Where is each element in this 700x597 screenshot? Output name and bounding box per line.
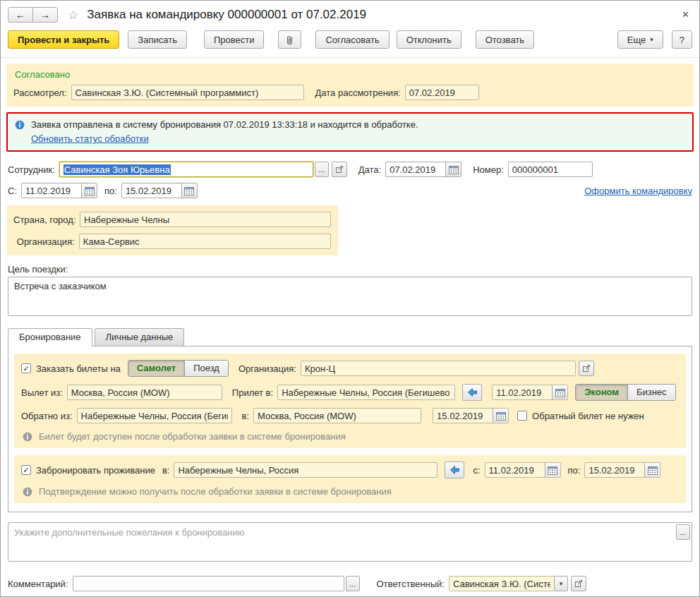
- return-from-label: Обратно из:: [21, 411, 73, 421]
- comment-label: Комментарий:: [8, 579, 68, 589]
- to-label: по:: [104, 186, 117, 196]
- forward-button[interactable]: →: [32, 7, 58, 23]
- back-button[interactable]: ←: [8, 7, 33, 23]
- favorite-star-icon[interactable]: ☆: [68, 8, 78, 23]
- open-icon: [582, 364, 591, 373]
- number-label: Номер:: [473, 164, 504, 175]
- reviewer-field[interactable]: Савинская З.Ю. (Системный программист): [71, 85, 304, 100]
- return-to-label: в:: [242, 411, 250, 421]
- wishes-textarea[interactable]: [8, 522, 692, 562]
- alert-message-line: Заявка отправлена в систему бронирования…: [15, 118, 685, 131]
- write-button[interactable]: Записать: [128, 30, 187, 49]
- hotel-city-field[interactable]: Набережные Челны, Россия: [174, 462, 438, 478]
- calendar-icon: [85, 186, 95, 195]
- hotel-group: ✓ Забронировать проживание в: Набережные…: [14, 455, 686, 503]
- booking-org-field[interactable]: Крон-Ц: [301, 361, 576, 376]
- hotel-from-date-picker-button[interactable]: [545, 463, 560, 477]
- booking-org-open-button[interactable]: [579, 361, 594, 376]
- approve-button[interactable]: Согласовать: [315, 30, 389, 49]
- recall-button[interactable]: Отозвать: [476, 30, 534, 49]
- wishes-block: ...: [8, 522, 692, 564]
- train-toggle[interactable]: Поезд: [184, 361, 228, 376]
- country-city-field[interactable]: Набережные Челны: [80, 212, 331, 227]
- footer-row: Комментарий: ... Ответственный: Савинска…: [8, 576, 692, 591]
- hotel-from-date-field[interactable]: 11.02.2019: [485, 462, 561, 478]
- order-tickets-checkbox[interactable]: ✓ Заказать билеты на: [21, 363, 121, 374]
- no-return-checkbox[interactable]: Обратный билет не нужен: [517, 411, 644, 421]
- country-city-label: Страна, город:: [13, 215, 76, 225]
- plane-toggle[interactable]: Самолет: [128, 361, 184, 376]
- hotel-from-label: с:: [473, 465, 480, 476]
- date-picker-button[interactable]: [445, 162, 461, 176]
- tickets-toggle-row: ✓ Заказать билеты на Самолет Поезд Орган…: [21, 360, 679, 377]
- purpose-label-row: Цель поездки:: [8, 264, 692, 275]
- employee-open-button[interactable]: [332, 162, 347, 177]
- reviewer-label: Рассмотрел:: [13, 88, 67, 98]
- booking-org-label: Организация:: [239, 363, 296, 374]
- comment-input[interactable]: [73, 576, 344, 591]
- purpose-textarea[interactable]: Встреча с заказчиком: [8, 277, 692, 316]
- comment-more-button[interactable]: ...: [346, 576, 360, 591]
- economy-toggle[interactable]: Эконом: [576, 385, 627, 400]
- hotel-info-line: Подтверждение можно получить после обраб…: [23, 486, 679, 497]
- responsible-open-button[interactable]: [571, 576, 586, 591]
- return-to-field[interactable]: Москва, Россия (MOW): [253, 408, 421, 423]
- create-trip-link[interactable]: Оформить командировку: [584, 186, 692, 196]
- from-label: С:: [8, 186, 17, 196]
- responsible-field[interactable]: Савинская З.Ю. (Системн: [449, 576, 555, 591]
- wishes-more-button[interactable]: ...: [676, 524, 690, 540]
- class-toggle: Эконом Бизнес: [575, 384, 675, 401]
- more-button[interactable]: Еще ▾: [617, 30, 663, 49]
- return-row: Обратно из: Набережные Челны, Россия (Бе…: [21, 408, 679, 423]
- from-date-picker-button[interactable]: [81, 183, 97, 198]
- return-date-field[interactable]: 15.02.2019: [433, 408, 509, 423]
- booking-status-alert: Заявка отправлена в систему бронирования…: [6, 112, 694, 152]
- review-date-field[interactable]: 07.02.2019: [405, 85, 479, 100]
- order-tickets-label: Заказать билеты на: [36, 363, 121, 374]
- employee-field[interactable]: Савинская Зоя Юрьевна: [59, 162, 313, 177]
- hotel-copy-button[interactable]: [445, 462, 464, 478]
- close-button[interactable]: ✕: [680, 8, 691, 21]
- review-date-label: Дата рассмотрения:: [315, 88, 401, 98]
- hotel-to-date-picker-button[interactable]: [644, 463, 660, 477]
- to-date-picker-button[interactable]: [181, 183, 197, 198]
- depart-date-field[interactable]: 11.02.2019: [492, 385, 568, 400]
- calendar-icon: [449, 165, 459, 174]
- organization-field[interactable]: Кама-Сервис: [79, 234, 331, 249]
- return-from-field[interactable]: Набережные Челны, Россия (Бегишево - N: [77, 408, 232, 423]
- organization-label: Организация:: [13, 236, 75, 247]
- to-date-field[interactable]: 15.02.2019: [121, 183, 198, 198]
- employee-select-button[interactable]: ...: [315, 162, 329, 177]
- tab-booking[interactable]: Бронирование: [8, 328, 92, 346]
- responsible-dropdown-button[interactable]: ▾: [554, 576, 568, 591]
- decline-button[interactable]: Отклонить: [397, 30, 461, 49]
- tab-personal-data[interactable]: Личные данные: [95, 328, 185, 346]
- business-toggle[interactable]: Бизнес: [627, 385, 675, 400]
- return-date-picker-button[interactable]: [493, 409, 508, 423]
- info-icon: [23, 432, 32, 442]
- transport-toggle: Самолет Поезд: [128, 360, 229, 377]
- help-button[interactable]: ?: [672, 30, 692, 49]
- attachments-button[interactable]: [278, 30, 301, 49]
- arrive-to-field[interactable]: Набережные Челны, Россия (Бегишево: [277, 385, 455, 400]
- hotel-checkbox[interactable]: ✓ Забронировать проживание: [21, 465, 155, 476]
- responsible-label: Ответственный:: [377, 579, 445, 589]
- date-field[interactable]: 07.02.2019: [385, 162, 461, 177]
- depart-from-field[interactable]: Москва, Россия (MOW): [67, 385, 222, 400]
- swap-route-button[interactable]: [462, 384, 482, 401]
- hotel-to-label: по:: [568, 465, 581, 476]
- hotel-to-date-field[interactable]: 15.02.2019: [584, 462, 660, 478]
- back-icon: ←: [16, 9, 25, 20]
- ticket-info-line: Билет будет доступен после обработки зая…: [23, 431, 679, 442]
- employee-label: Сотрудник:: [8, 164, 55, 175]
- number-field[interactable]: 000000001: [508, 162, 593, 177]
- post-and-close-button[interactable]: Провести и закрыть: [8, 30, 119, 49]
- booking-panel: ✓ Заказать билеты на Самолет Поезд Орган…: [8, 346, 692, 512]
- post-button[interactable]: Провести: [204, 30, 265, 49]
- trip-request-window: ← → ☆ Заявка на командировку 000000001 о…: [0, 0, 700, 597]
- calendar-icon: [648, 466, 658, 475]
- depart-date-picker-button[interactable]: [552, 385, 567, 399]
- from-date-field[interactable]: 11.02.2019: [21, 183, 97, 198]
- refresh-status-link[interactable]: Обновить статус обработки: [31, 132, 149, 145]
- approval-panel: Согласовано Рассмотрел: Савинская З.Ю. (…: [6, 64, 694, 107]
